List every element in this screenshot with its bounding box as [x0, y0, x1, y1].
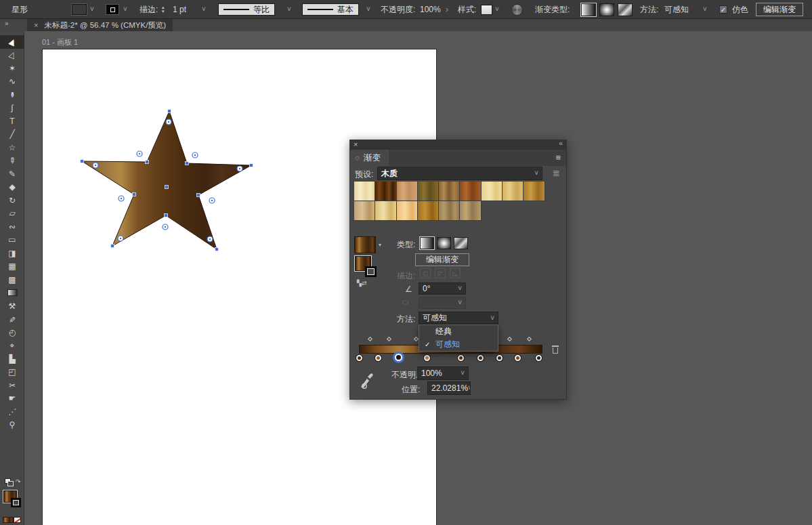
- panel-method-select[interactable]: 可感知 ˅: [419, 312, 498, 324]
- recolor-artwork-icon[interactable]: [511, 4, 523, 16]
- gradient-preset-swatch[interactable]: [375, 182, 396, 201]
- gradient-preset-swatch[interactable]: [397, 201, 418, 221]
- anchor-point[interactable]: [215, 248, 219, 251]
- gradient-preset-swatch[interactable]: [354, 182, 375, 201]
- panel-collapse-icon[interactable]: ‹‹: [559, 140, 562, 147]
- curvature-tool[interactable]: ∫: [0, 102, 24, 115]
- edit-gradient-button[interactable]: 编辑渐变: [756, 3, 803, 16]
- gradient-color-button[interactable]: [3, 517, 14, 523]
- gradient-preset-swatch[interactable]: [460, 201, 481, 221]
- anchor-point[interactable]: [250, 164, 253, 167]
- panel-stroke-swatch[interactable]: [365, 266, 377, 277]
- freeform-gradient-button[interactable]: [618, 3, 633, 16]
- perspective-grid-tool[interactable]: ▦: [0, 260, 24, 274]
- shaper-tool[interactable]: ✎: [0, 167, 24, 181]
- stroke-color-swatch[interactable]: [106, 4, 119, 15]
- gradient-preset-swatch[interactable]: [354, 201, 375, 221]
- stroke-weight-chevron-icon[interactable]: ˅: [202, 6, 206, 13]
- gradient-preset-swatch[interactable]: [523, 182, 544, 201]
- gradient-thumbnail[interactable]: [354, 236, 376, 253]
- gradient-preset-swatch[interactable]: [418, 201, 439, 221]
- type-tool[interactable]: T: [0, 114, 24, 128]
- stroke-weight-stepper[interactable]: ▴▾: [162, 5, 165, 14]
- gradient-preset-swatch[interactable]: [460, 182, 481, 201]
- gradient-preset-swatch[interactable]: [375, 201, 396, 221]
- width-profile-chevron-icon[interactable]: ˅: [287, 6, 291, 13]
- gradient-stop[interactable]: [496, 355, 503, 361]
- preset-list-icon[interactable]: ≣: [553, 168, 560, 178]
- scale-tool[interactable]: ▱: [0, 207, 24, 221]
- star-shape-tool[interactable]: ☆: [0, 141, 24, 154]
- mesh-tool[interactable]: ▩: [0, 273, 24, 287]
- lasso-tool[interactable]: ∿: [0, 75, 24, 89]
- gradient-eyedropper-icon[interactable]: [358, 372, 375, 390]
- anchor-point[interactable]: [165, 186, 169, 189]
- gradient-midpoint-handle[interactable]: [387, 337, 391, 341]
- brush-definition-select[interactable]: 基本: [302, 3, 359, 16]
- dither-label[interactable]: 仿色: [732, 0, 748, 19]
- opacity-label[interactable]: 不透明度:: [381, 0, 415, 19]
- gradient-midpoint-handle[interactable]: [368, 337, 372, 341]
- gradient-stop[interactable]: [477, 355, 484, 361]
- menu-item-classic[interactable]: 经典: [419, 325, 498, 338]
- dock-collapse-icon[interactable]: »: [5, 20, 8, 27]
- stroke-weight-label[interactable]: 描边:: [140, 0, 158, 19]
- document-tab[interactable]: × 未标题-2* @ 56.47 % (CMYK/预览): [27, 19, 173, 31]
- paintbrush-tool[interactable]: ✏: [0, 154, 24, 168]
- freeform-type-button[interactable]: [454, 237, 468, 249]
- gradient-tool[interactable]: [0, 287, 24, 300]
- width-profile-select[interactable]: 等比: [218, 3, 275, 16]
- radial-type-button[interactable]: [437, 237, 451, 249]
- none-color-button[interactable]: [14, 517, 21, 523]
- panel-cycle-icon[interactable]: ◇: [355, 154, 360, 161]
- gradient-preset-swatch[interactable]: [397, 182, 418, 201]
- anchor-point[interactable]: [168, 110, 171, 113]
- anchor-point[interactable]: [186, 162, 189, 165]
- reverse-gradient-icon[interactable]: ▚⇄: [357, 281, 369, 291]
- panel-menu-icon[interactable]: ≡: [555, 152, 561, 163]
- gradient-stop[interactable]: [356, 355, 362, 361]
- hand-tool[interactable]: ☛: [0, 392, 24, 406]
- gradient-preset-swatch[interactable]: [503, 182, 523, 201]
- stepper-down-icon[interactable]: ▾: [162, 9, 165, 14]
- opacity-more-icon[interactable]: ›: [446, 0, 448, 19]
- style-label[interactable]: 样式:: [458, 0, 476, 19]
- pen-tool[interactable]: ✒: [0, 88, 24, 102]
- gradient-preset-swatch[interactable]: [482, 182, 503, 201]
- direct-selection-tool[interactable]: ▷: [0, 49, 24, 62]
- rotate-tool[interactable]: ↻: [0, 194, 24, 207]
- eraser-tool[interactable]: ◆: [0, 181, 24, 194]
- method-chevron-icon[interactable]: ˅: [703, 6, 707, 13]
- fill-color-swatch[interactable]: [72, 4, 87, 15]
- gradient-preset-swatch[interactable]: [439, 201, 460, 221]
- swap-fill-stroke-icon[interactable]: ↷: [16, 478, 21, 485]
- method-value[interactable]: 可感知: [664, 0, 689, 19]
- brush-chevron-icon[interactable]: ˅: [366, 6, 370, 13]
- stroke-weight-value[interactable]: 1 pt: [173, 0, 186, 19]
- gradient-stop[interactable]: [536, 355, 542, 361]
- blend-tool[interactable]: ◴: [0, 326, 24, 339]
- tab-close-icon[interactable]: ×: [34, 21, 38, 29]
- anchor-point[interactable]: [133, 193, 136, 196]
- column-graph-tool[interactable]: ▙: [0, 352, 24, 366]
- selection-tool[interactable]: ▶: [0, 35, 24, 49]
- gradient-midpoint-handle[interactable]: [507, 337, 512, 341]
- gradient-thumbnail-chevron-icon[interactable]: ▾: [379, 242, 381, 248]
- print-tiling-tool[interactable]: ⋰: [0, 405, 24, 419]
- panel-header[interactable]: × ‹‹: [350, 140, 566, 150]
- panel-close-icon[interactable]: ×: [354, 140, 358, 148]
- rotate-view-tool[interactable]: ⚒: [0, 299, 24, 313]
- free-transform-tool[interactable]: ▭: [0, 234, 24, 247]
- toolbar-stroke-swatch[interactable]: [11, 498, 21, 507]
- anchor-point[interactable]: [165, 214, 168, 217]
- anchor-point[interactable]: [197, 194, 200, 197]
- artboard-tool[interactable]: ◰: [0, 366, 24, 379]
- linear-type-button[interactable]: [420, 237, 434, 249]
- anchor-point[interactable]: [81, 160, 84, 163]
- stop-opacity-select[interactable]: 100% ˅: [417, 366, 469, 380]
- gradient-stop[interactable]: [515, 355, 521, 361]
- gradient-stop-selected[interactable]: [395, 354, 402, 361]
- linear-gradient-button[interactable]: [581, 3, 596, 16]
- menu-item-perceptual[interactable]: ✓ 可感知: [419, 338, 498, 351]
- opacity-value[interactable]: 100%: [420, 0, 441, 19]
